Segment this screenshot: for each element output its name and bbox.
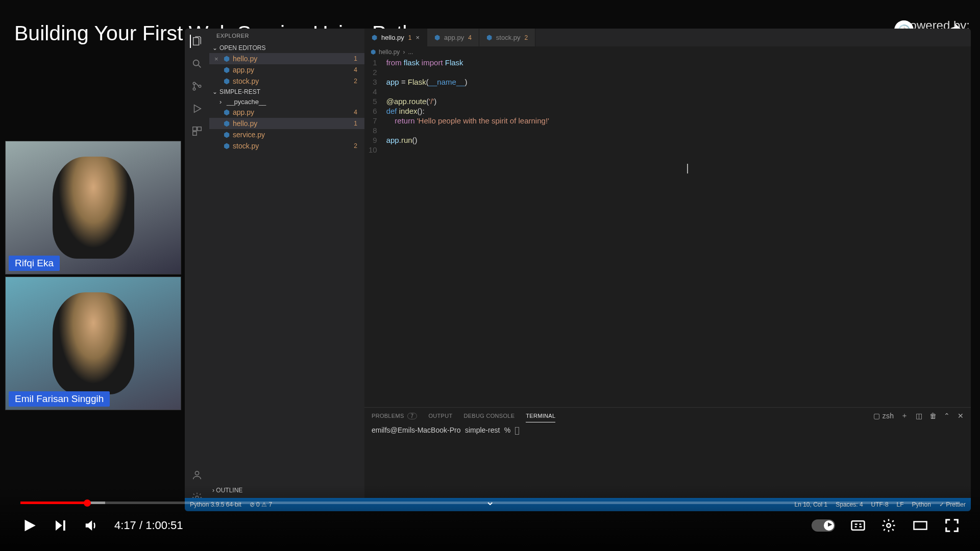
line-numbers: 1 2 3 4 5 6 7 8 9 10	[369, 58, 386, 155]
progress-played	[20, 502, 87, 504]
python-file-icon: ⬢	[371, 48, 376, 56]
open-editor-file[interactable]: ⬢stock.py2	[209, 76, 364, 87]
open-editor-file[interactable]: ×⬢hello.py1	[209, 53, 364, 64]
person-silhouette	[53, 157, 134, 259]
file-row[interactable]: ⬢app.py4	[209, 107, 364, 118]
breadcrumb-sep: ›	[403, 48, 405, 56]
new-terminal-button[interactable]: ＋	[901, 411, 908, 420]
panel-tab[interactable]: DEBUG CONSOLE	[463, 413, 514, 419]
editor-area: ⬢hello.py1×⬢app.py4⬢stock.py2 ⬢ hello.py…	[364, 29, 971, 407]
file-badge: 2	[354, 142, 357, 149]
panel-tab[interactable]: PROBLEMS7	[372, 413, 417, 419]
text-caret	[687, 164, 688, 173]
explorer-header: EXPLORER	[209, 29, 364, 43]
svg-rect-11	[914, 522, 927, 530]
captions-button[interactable]	[850, 518, 866, 533]
code-editor[interactable]: 1 2 3 4 5 6 7 8 9 10 from flask import F…	[364, 58, 971, 155]
run-debug-icon[interactable]	[190, 102, 204, 115]
file-badge: 1	[354, 55, 357, 62]
open-editors-label: OPEN EDITORS	[219, 44, 265, 52]
file-row[interactable]: ⬢stock.py2	[209, 140, 364, 152]
next-button[interactable]	[53, 518, 68, 533]
volume-button[interactable]	[84, 518, 99, 533]
svg-point-2	[193, 88, 195, 90]
editor-tabs: ⬢hello.py1×⬢app.py4⬢stock.py2	[364, 29, 971, 46]
file-badge: 4	[354, 66, 357, 73]
terminal-content[interactable]: emilfs@Emils-MacBook-Pro simple-rest %	[364, 424, 971, 437]
svg-rect-9	[852, 521, 865, 530]
svg-point-0	[193, 60, 199, 66]
svg-point-7	[195, 471, 199, 475]
project-section[interactable]: SIMPLE-REST	[209, 87, 364, 97]
search-icon[interactable]	[190, 57, 204, 70]
breadcrumb[interactable]: ⬢ hello.py › ...	[364, 46, 971, 58]
editor-tab[interactable]: ⬢stock.py2	[479, 29, 535, 46]
split-terminal-button[interactable]: ◫	[916, 412, 922, 420]
open-editors-section[interactable]: OPEN EDITORS	[209, 43, 364, 53]
webcam-column: Rifqi Eka Emil Farisan Singgih	[5, 141, 181, 412]
folder-row[interactable]: __pycache__	[209, 97, 364, 107]
file-badge: 4	[354, 109, 357, 116]
tab-close-icon[interactable]: ×	[416, 34, 420, 41]
speaker-name-label: Emil Farisan Singgih	[9, 391, 110, 407]
code-lines: from flask import Flask app = Flask(__na…	[386, 58, 549, 155]
svg-rect-5	[198, 127, 201, 131]
panel-tab[interactable]: TERMINAL	[526, 413, 555, 422]
webcam-feed-2: Emil Farisan Singgih	[5, 277, 181, 410]
person-silhouette	[53, 292, 134, 394]
svg-rect-4	[193, 127, 197, 131]
file-row[interactable]: ⬢service.py	[209, 129, 364, 140]
breadcrumb-rest: ...	[408, 48, 413, 56]
breadcrumb-file: hello.py	[379, 48, 400, 56]
player-controls: 4:17 / 1:00:51	[20, 510, 960, 541]
editor-tab[interactable]: ⬢hello.py1×	[364, 29, 427, 46]
panel-tab[interactable]: OUTPUT	[428, 413, 452, 419]
close-icon[interactable]: ×	[214, 55, 218, 63]
terminal-user: emilfs@Emils-MacBook-Pro	[372, 426, 460, 434]
settings-button[interactable]	[881, 518, 896, 533]
svg-point-3	[199, 85, 201, 88]
video-frame: Building Your First Web Service Using Py…	[0, 0, 980, 551]
extensions-icon[interactable]	[190, 124, 204, 138]
fullscreen-button[interactable]	[944, 518, 960, 533]
file-badge: 1	[354, 120, 357, 127]
time-sep: /	[136, 519, 145, 532]
open-editor-file[interactable]: ⬢app.py4	[209, 64, 364, 76]
kill-terminal-button[interactable]: 🗑	[929, 412, 937, 420]
vscode-window: EXPLORER OPEN EDITORS ×⬢hello.py1⬢app.py…	[185, 29, 971, 511]
speaker-name-label: Rifqi Eka	[9, 256, 60, 271]
panel-maximize-button[interactable]: ⌃	[944, 412, 950, 420]
duration: 1:00:51	[145, 519, 183, 532]
terminal-cwd: simple-rest	[465, 426, 500, 434]
svg-rect-6	[193, 132, 197, 135]
svg-point-1	[193, 82, 195, 85]
time-display: 4:17 / 1:00:51	[114, 519, 183, 532]
activity-bar	[185, 29, 209, 511]
accounts-icon[interactable]	[190, 468, 204, 482]
webcam-feed-1: Rifqi Eka	[5, 141, 181, 274]
panel-tabs: PROBLEMS7OUTPUTDEBUG CONSOLETERMINAL ▢ z…	[364, 408, 971, 424]
project-label: SIMPLE-REST	[219, 88, 260, 95]
terminal-cursor	[515, 427, 519, 435]
chapter-toggle-button[interactable]: ⌄	[485, 495, 495, 508]
panel-close-button[interactable]: ✕	[958, 412, 964, 420]
play-button[interactable]	[20, 517, 38, 534]
panel-controls: ▢ zsh ＋ ◫ 🗑 ⌃ ✕	[873, 411, 964, 420]
editor-tab[interactable]: ⬢app.py4	[427, 29, 479, 46]
explorer-sidebar: EXPLORER OPEN EDITORS ×⬢hello.py1⬢app.py…	[209, 29, 364, 511]
shell-selector[interactable]: ▢ zsh	[873, 412, 894, 420]
current-time: 4:17	[114, 519, 136, 532]
file-row[interactable]: ⬢hello.py1	[209, 118, 364, 129]
progress-scrubber[interactable]	[84, 499, 91, 507]
autoplay-toggle[interactable]	[812, 519, 835, 532]
theater-mode-button[interactable]	[912, 518, 929, 533]
svg-point-10	[887, 523, 891, 528]
terminal-prompt-symbol: %	[504, 426, 510, 434]
shell-label: zsh	[883, 412, 894, 420]
source-control-icon[interactable]	[190, 80, 204, 93]
explorer-icon[interactable]	[190, 35, 203, 48]
file-badge: 2	[354, 78, 357, 85]
